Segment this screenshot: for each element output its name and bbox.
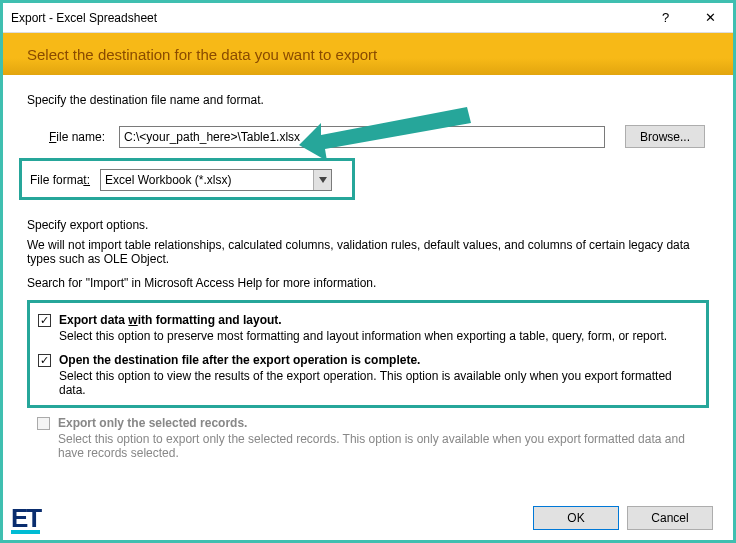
option-selected-records-title: Export only the selected records. [58,416,709,430]
checkbox-selected-records [37,417,50,430]
fileformat-combo[interactable]: Excel Workbook (*.xlsx) [100,169,332,191]
option-open-after-export-title: Open the destination file after the expo… [59,353,698,367]
fileformat-value: Excel Workbook (*.xlsx) [101,173,313,187]
close-icon[interactable]: ✕ [688,3,733,33]
file-format-highlight: File format: Excel Workbook (*.xlsx) [19,158,355,200]
content-area: Specify the destination file name and fo… [3,75,733,460]
option-export-formatting-title: Export data with formatting and layout. [59,313,667,327]
export-options-highlight: Export data with formatting and layout. … [27,300,709,408]
banner: Select the destination for the data you … [3,33,733,75]
option-selected-records-desc: Select this option to export only the se… [58,432,709,460]
banner-heading: Select the destination for the data you … [27,46,377,63]
filename-label: File name: [49,130,119,144]
checkbox-export-formatting[interactable] [38,314,51,327]
cancel-button[interactable]: Cancel [627,506,713,530]
fileformat-label: File format: [22,173,100,187]
option-open-after-export-desc: Select this option to view the results o… [59,369,698,397]
option-export-formatting[interactable]: Export data with formatting and layout. … [38,313,698,343]
window-title: Export - Excel Spreadsheet [11,11,643,25]
watermark-logo: ET [11,503,40,534]
option-selected-records: Export only the selected records. Select… [27,416,709,460]
search-hint: Search for "Import" in Microsoft Access … [27,276,709,290]
option-export-formatting-desc: Select this option to preserve most form… [59,329,667,343]
checkbox-open-after-export[interactable] [38,354,51,367]
filename-input[interactable] [119,126,605,148]
option-open-after-export[interactable]: Open the destination file after the expo… [38,353,698,397]
browse-button[interactable]: Browse... [625,125,705,148]
window-controls: ? ✕ [643,3,733,33]
options-section-label: Specify export options. [27,218,709,232]
titlebar: Export - Excel Spreadsheet ? ✕ [3,3,733,33]
export-dialog: Export - Excel Spreadsheet ? ✕ Select th… [0,0,736,543]
import-warning: We will not import table relationships, … [27,238,709,266]
help-icon[interactable]: ? [643,3,688,33]
ok-button[interactable]: OK [533,506,619,530]
destination-section-label: Specify the destination file name and fo… [27,93,709,107]
dialog-buttons: OK Cancel [533,506,713,530]
chevron-down-icon[interactable] [313,170,331,190]
